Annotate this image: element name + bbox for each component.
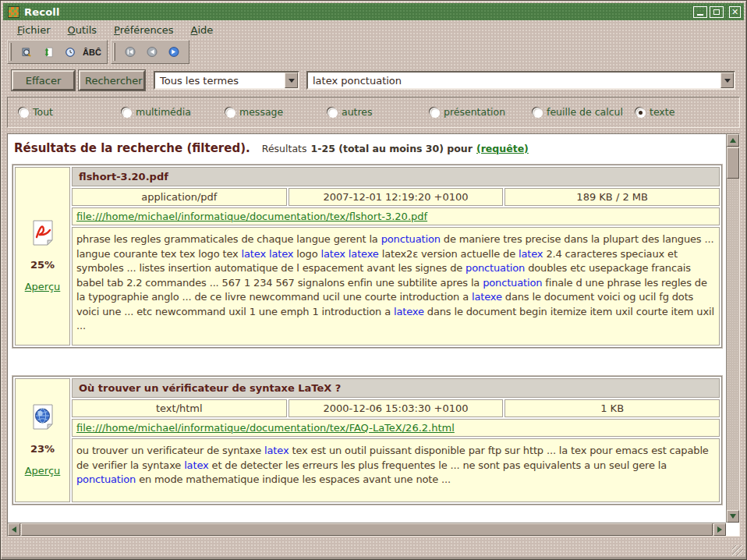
vertical-scrollbar[interactable] [726,134,739,523]
arrow-right-icon [717,526,722,533]
query-link[interactable]: (requête) [476,143,529,154]
menu-fichier[interactable]: Fichier [10,23,58,37]
preview-link[interactable]: Aperçu [25,281,61,292]
clear-button[interactable]: Effacer [12,70,75,90]
result-url-cell: file:///home/michael/informatique/docume… [72,419,720,437]
result-snippet: phrase les regles grammaticales de chaqu… [72,227,720,346]
result-row-2: 23% Aperçu Où trouver un vérificateur de… [12,376,722,505]
radio-icon[interactable] [533,108,542,117]
horizontal-scrollbar-thumb[interactable] [21,523,713,536]
arrow-left-icon [12,526,16,533]
filter-radio-autres[interactable]: autres [327,106,373,118]
toolbar: ÂBĈ [7,40,189,64]
preview-link[interactable]: Aperçu [25,465,61,477]
results-count-prefix: Résultats [262,143,307,154]
maximize-icon [713,9,720,15]
search-mode-value: Tous les termes [155,75,285,87]
go-next-page-icon[interactable] [164,42,184,62]
result-title: flshort-3.20.pdf [79,171,168,183]
menu-aide[interactable]: Aide [184,23,221,37]
radio-icon[interactable] [430,108,439,117]
result-row-1: 25% Aperçu flshort-3.20.pdf application/… [12,165,722,348]
radio-icon[interactable] [327,108,337,117]
results-count: 1-25 (total au moins 30) pour [311,143,473,154]
recoll-window: Recoll ✕ Fichier Outils Préférences Aide [0,0,747,560]
search-button[interactable]: Rechercher [79,70,145,90]
document-history-icon[interactable] [60,42,80,62]
results-gap [11,348,724,376]
result-date: 2000-12-06 15:03:30 +0100 [289,399,504,417]
result-mime: application/pdf [72,188,287,206]
advanced-search-icon[interactable] [16,42,37,62]
filter-radio-tout[interactable]: Tout [19,106,53,118]
result-side-panel: 23% Aperçu [15,378,70,502]
results-header: Résultats de la recherche (filtered). Ré… [14,140,724,155]
result-title-bar: flshort-3.20.pdf [72,167,720,186]
radio-icon[interactable] [19,108,28,117]
scroll-left-button[interactable] [8,523,20,536]
relevance-percent: 25% [30,259,55,271]
radio-icon[interactable] [635,108,645,117]
scroll-up-button[interactable] [727,134,739,147]
search-row: Effacer Rechercher Tous les termes [1,69,746,91]
result-date: 2007-12-01 12:19:20 +0100 [289,188,504,206]
filter-radio-multimedia[interactable]: multimédia [122,106,191,118]
go-previous-page-icon[interactable] [142,42,162,62]
go-first-page-icon[interactable] [120,42,140,62]
window-bottom-edge [2,557,745,559]
search-input[interactable] [308,75,720,87]
result-size: 189 KB / 2 MB [504,188,720,206]
toolbar-group-nav [111,40,189,64]
radio-icon[interactable] [122,108,131,117]
result-title-bar: Où trouver un vérificateur de syntaxe La… [72,378,720,398]
html-file-icon [31,404,55,433]
toolbar-grip[interactable] [113,43,115,61]
titlebar[interactable]: Recoll ✕ [3,3,744,20]
horizontal-scrollbar[interactable] [8,523,726,536]
result-mime: text/html [72,399,287,417]
arrow-down-icon [730,514,736,519]
search-mode-select[interactable]: Tous les termes [154,71,299,90]
search-query-combobox[interactable] [306,71,735,90]
menu-outils[interactable]: Outils [61,23,104,37]
result-meta-row: text/html 2000-12-06 15:03:30 +0100 1 KB [72,399,720,417]
sort-parameters-icon[interactable] [38,42,58,62]
minimize-button[interactable] [693,6,707,18]
recoll-app-icon [8,6,19,18]
window-title: Recoll [24,6,60,18]
relevance-percent: 23% [30,443,55,455]
window-controls: ✕ [693,6,741,18]
pdf-file-icon [31,220,55,249]
category-filter-frame: Tout multimédia message autres présentat… [7,97,740,128]
filter-radio-message[interactable]: message [225,106,283,118]
vertical-scrollbar-thumb[interactable] [727,147,739,179]
close-button[interactable]: ✕ [729,6,741,18]
result-url-link[interactable]: file:///home/michael/informatique/docume… [76,211,427,222]
minimize-icon [697,14,703,16]
scroll-down-button[interactable] [727,510,739,523]
chevron-down-icon[interactable] [285,73,298,88]
result-meta-row: application/pdf 2007-12-01 12:19:20 +010… [72,188,720,206]
toolbar-group-tools: ÂBĈ [7,40,108,64]
chevron-down-icon[interactable] [720,73,734,88]
result-size: 1 KB [504,399,720,417]
maximize-button[interactable] [710,6,724,18]
scroll-right-button[interactable] [713,523,726,536]
menubar: Fichier Outils Préférences Aide [4,22,743,38]
results-list: Résultats de la recherche (filtered). Ré… [8,134,726,523]
result-side-panel: 25% Aperçu [15,167,70,346]
result-url-link[interactable]: file:///home/michael/informatique/docume… [76,422,455,434]
filter-radio-feuille-de-calcul[interactable]: feuille de calcul [533,106,623,118]
filter-radio-presentation[interactable]: présentation [430,106,505,118]
radio-icon[interactable] [225,108,235,117]
close-icon: ✕ [731,8,738,16]
result-title: Où trouver un vérificateur de syntaxe La… [79,382,341,394]
resize-grip[interactable] [732,545,743,556]
results-title: Résultats de la recherche (filtered). [14,141,250,155]
menu-preferences[interactable]: Préférences [107,23,180,37]
arrow-up-icon [730,138,736,143]
filter-radio-texte[interactable]: texte [635,106,674,118]
result-snippet: ou trouver un verificateur de syntaxe la… [72,438,720,502]
toolbar-grip[interactable] [9,43,12,61]
term-explorer-icon[interactable]: ÂBĈ [82,42,102,62]
